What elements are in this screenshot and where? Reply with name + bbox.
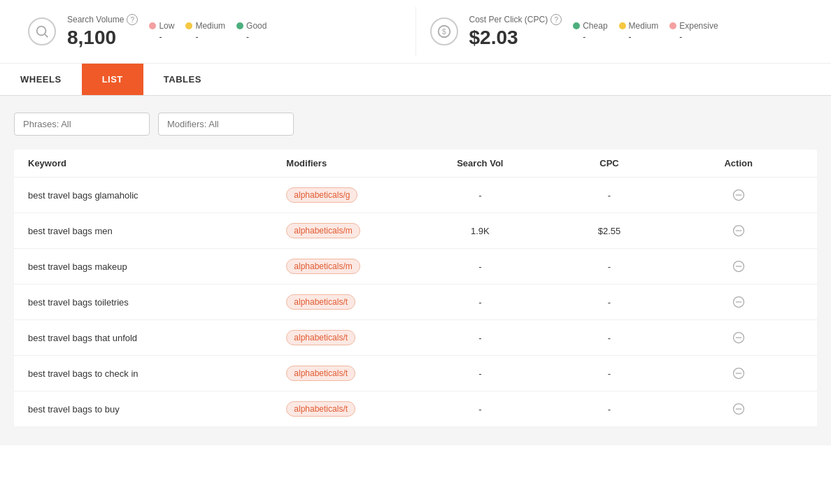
modifier-badge: alphabeticals/m bbox=[286, 259, 360, 274]
modifier-badge: alphabeticals/g bbox=[286, 187, 357, 203]
cell-cpc: - bbox=[545, 333, 674, 343]
cell-modifier: alphabeticals/m bbox=[286, 223, 416, 238]
cell-keyword: best travel bags to check in bbox=[28, 368, 286, 379]
low-dot bbox=[149, 22, 156, 29]
cell-keyword: best travel bags men bbox=[28, 226, 286, 236]
cpc-main: Cost Per Click (CPC) ? $2.03 bbox=[469, 14, 562, 49]
tab-wheels[interactable]: WHEELS bbox=[0, 64, 82, 95]
tab-list[interactable]: LIST bbox=[82, 64, 143, 95]
search-volume-title: Search Volume ? bbox=[67, 14, 138, 25]
table-row: best travel bags makeup alphabeticals/m … bbox=[14, 249, 817, 285]
svg-text:$: $ bbox=[441, 27, 446, 36]
cell-cpc: - bbox=[545, 190, 674, 201]
content-area: Keyword Modifiers Search Vol CPC Action … bbox=[0, 96, 831, 445]
remove-button[interactable] bbox=[674, 188, 803, 202]
top-metrics-bar: Search Volume ? 8,100 Low - Medium - bbox=[0, 0, 831, 64]
cell-modifier: alphabeticals/g bbox=[286, 187, 416, 203]
table-body: best travel bags glamaholic alphabetical… bbox=[14, 178, 817, 427]
cell-keyword: best travel bags that unfold bbox=[28, 333, 286, 343]
good-dot bbox=[236, 22, 243, 29]
cell-search-vol: - bbox=[416, 190, 545, 201]
tabs-bar: WHEELS LIST TABLES bbox=[0, 64, 831, 96]
cpc-value: $2.03 bbox=[469, 27, 562, 49]
search-icon bbox=[28, 17, 56, 45]
legend-medium-sv: Medium - bbox=[185, 21, 225, 42]
legend-medium-cpc: Medium - bbox=[619, 21, 659, 42]
cell-search-vol: - bbox=[416, 333, 545, 343]
cell-cpc: - bbox=[545, 297, 674, 308]
remove-button[interactable] bbox=[674, 331, 803, 345]
search-volume-help[interactable]: ? bbox=[127, 14, 138, 25]
modifiers-filter[interactable] bbox=[158, 113, 294, 136]
tab-tables[interactable]: TABLES bbox=[143, 64, 222, 95]
cpc-title: Cost Per Click (CPC) ? bbox=[469, 14, 562, 25]
remove-button[interactable] bbox=[674, 259, 803, 273]
search-volume-value: 8,100 bbox=[67, 27, 138, 49]
modifier-badge: alphabeticals/t bbox=[286, 330, 355, 345]
table-row: best travel bags to check in alphabetica… bbox=[14, 356, 817, 391]
medium-dot-cpc bbox=[619, 22, 626, 29]
cell-modifier: alphabeticals/t bbox=[286, 330, 416, 345]
th-cpc: CPC bbox=[545, 158, 674, 168]
cheap-dot bbox=[573, 22, 580, 29]
cell-keyword: best travel bags to buy bbox=[28, 404, 286, 415]
cell-cpc: - bbox=[545, 368, 674, 379]
phrases-filter[interactable] bbox=[14, 113, 150, 136]
cell-modifier: alphabeticals/t bbox=[286, 294, 416, 310]
legend-expensive: Expensive - bbox=[669, 21, 718, 42]
keywords-table: Keyword Modifiers Search Vol CPC Action … bbox=[14, 150, 817, 427]
modifier-badge: alphabeticals/t bbox=[286, 366, 355, 381]
expensive-dot bbox=[669, 22, 676, 29]
cell-search-vol: 1.9K bbox=[416, 226, 545, 236]
cell-search-vol: - bbox=[416, 297, 545, 308]
cell-modifier: alphabeticals/t bbox=[286, 366, 416, 381]
cell-keyword: best travel bags makeup bbox=[28, 261, 286, 272]
cell-search-vol: - bbox=[416, 368, 545, 379]
search-volume-legend: Low - Medium - Good - bbox=[149, 21, 267, 42]
cell-cpc: - bbox=[545, 404, 674, 415]
th-action: Action bbox=[674, 158, 803, 168]
th-search-vol: Search Vol bbox=[416, 158, 545, 168]
cell-modifier: alphabeticals/m bbox=[286, 259, 416, 274]
modifier-badge: alphabeticals/m bbox=[286, 223, 360, 238]
cell-cpc: $2.55 bbox=[545, 226, 674, 236]
cell-modifier: alphabeticals/t bbox=[286, 401, 416, 417]
cpc-card: $ Cost Per Click (CPC) ? $2.03 Cheap - bbox=[416, 7, 818, 56]
remove-button[interactable] bbox=[674, 366, 803, 380]
svg-line-1 bbox=[45, 34, 48, 37]
dollar-icon: $ bbox=[430, 17, 458, 45]
remove-button[interactable] bbox=[674, 295, 803, 309]
legend-good: Good - bbox=[236, 21, 267, 42]
medium-dot-sv bbox=[185, 22, 192, 29]
cell-keyword: best travel bags toiletries bbox=[28, 297, 286, 308]
cell-keyword: best travel bags glamaholic bbox=[28, 190, 286, 201]
filters-row bbox=[14, 113, 817, 136]
modifier-badge: alphabeticals/t bbox=[286, 294, 355, 310]
cpc-legend: Cheap - Medium - Expensive - bbox=[573, 21, 718, 42]
cpc-help[interactable]: ? bbox=[551, 14, 562, 25]
table-header: Keyword Modifiers Search Vol CPC Action bbox=[14, 150, 817, 178]
modifier-badge: alphabeticals/t bbox=[286, 401, 355, 417]
search-volume-card: Search Volume ? 8,100 Low - Medium - bbox=[14, 7, 416, 56]
remove-button[interactable] bbox=[674, 402, 803, 416]
table-row: best travel bags men alphabeticals/m 1.9… bbox=[14, 213, 817, 249]
search-volume-main: Search Volume ? 8,100 bbox=[67, 14, 138, 49]
remove-button[interactable] bbox=[674, 224, 803, 238]
cell-search-vol: - bbox=[416, 404, 545, 415]
table-row: best travel bags to buy alphabeticals/t … bbox=[14, 391, 817, 427]
svg-point-0 bbox=[37, 27, 46, 36]
legend-cheap: Cheap - bbox=[573, 21, 607, 42]
legend-low: Low - bbox=[149, 21, 174, 42]
table-row: best travel bags glamaholic alphabetical… bbox=[14, 178, 817, 213]
table-row: best travel bags toiletries alphabetical… bbox=[14, 285, 817, 320]
table-row: best travel bags that unfold alphabetica… bbox=[14, 320, 817, 356]
cell-cpc: - bbox=[545, 261, 674, 272]
cell-search-vol: - bbox=[416, 261, 545, 272]
th-modifiers: Modifiers bbox=[286, 158, 416, 168]
th-keyword: Keyword bbox=[28, 158, 286, 168]
